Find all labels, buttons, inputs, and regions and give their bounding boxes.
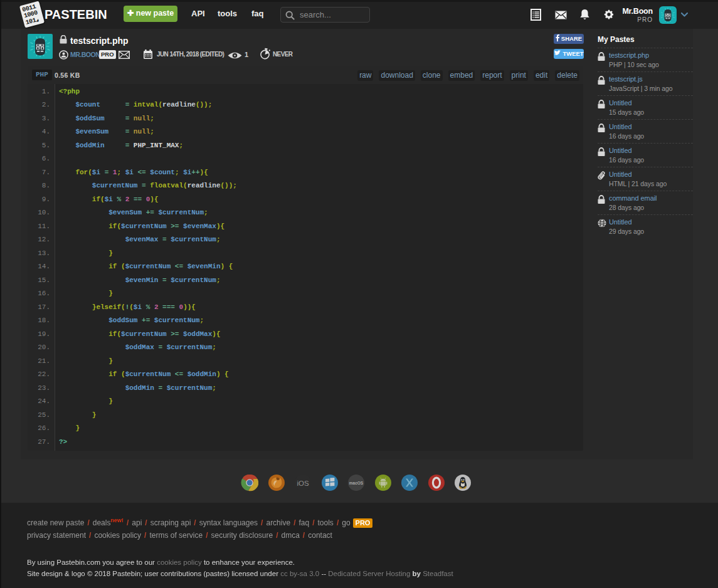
svg-text:iOS: iOS bbox=[297, 480, 309, 487]
svg-text:macOS: macOS bbox=[349, 481, 364, 485]
